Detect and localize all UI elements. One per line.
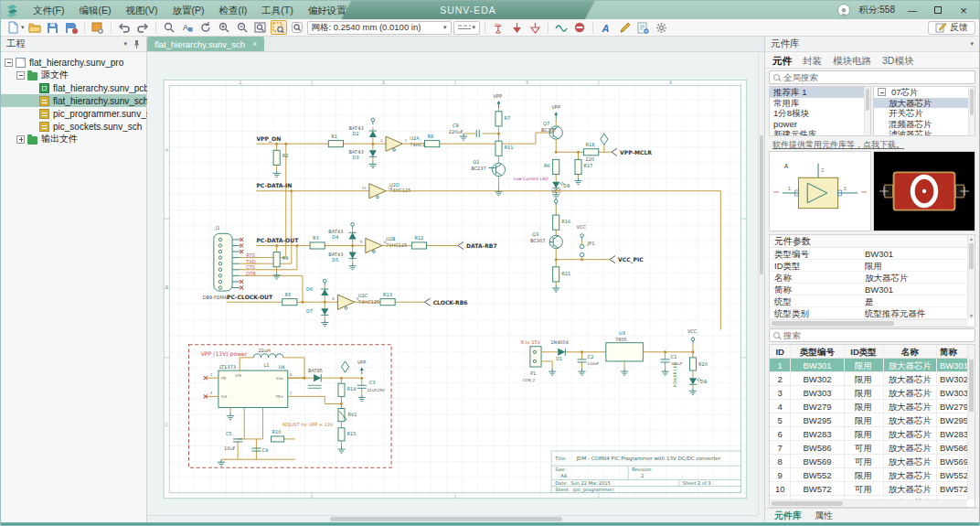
power-port-button[interactable]: Vss	[490, 20, 506, 35]
library-tab-3[interactable]: 3D模块	[882, 52, 913, 69]
category-item-3[interactable]: 滤波器芯片	[874, 129, 968, 136]
category-expander-icon[interactable]	[878, 88, 886, 96]
library-tab-2[interactable]: 模块电路	[833, 52, 871, 69]
library-list-scrollbar[interactable]	[864, 87, 870, 135]
tab-close-icon[interactable]: ×	[252, 39, 257, 48]
param-row-2[interactable]: 名称放大器芯片	[770, 272, 967, 284]
library-item-4[interactable]: 新建元件库	[770, 129, 864, 136]
table-row[interactable]: 3BW303限用放大器芯片BW303	[770, 386, 967, 400]
params-hscrollbar[interactable]	[770, 319, 967, 327]
score-label[interactable]: 积分:558	[859, 4, 895, 16]
param-row-0[interactable]: 类型编号BW301	[770, 248, 967, 260]
tree-item-3[interactable]: flat_hierarchy.sunv_sch	[1, 94, 146, 107]
table-row[interactable]: 6BW283限用放大器芯片BW283	[770, 427, 967, 441]
table-row[interactable]: 10BW572可用放大器芯片BW572	[770, 482, 967, 496]
table-row[interactable]: 1BW301限用放大器芯片BW301	[770, 359, 967, 372]
feedback-button[interactable]: 反馈	[928, 21, 975, 35]
tree-item-1[interactable]: 源文件	[1, 69, 146, 81]
table-row[interactable]: 4BW279限用放大器芯片BW279	[770, 400, 967, 413]
param-row-3[interactable]: 简称BW301	[770, 284, 967, 295]
maximize-button[interactable]	[930, 5, 946, 16]
sheet-settings-button[interactable]	[634, 20, 651, 35]
redo-button[interactable]	[134, 20, 151, 35]
library-panel-menu-icon[interactable]: ▾	[970, 40, 974, 48]
draw-tool-button[interactable]	[616, 20, 633, 35]
tree-expander-icon[interactable]	[16, 71, 25, 80]
close-button[interactable]: ×	[955, 4, 972, 17]
table-search-input[interactable]	[783, 330, 971, 340]
tree-item-2[interactable]: flat_hierarchy.sunv_pcb	[1, 81, 146, 94]
tree-item-4[interactable]: pic_programmer.sunv_sch	[1, 107, 146, 120]
pin-icon[interactable]	[133, 39, 141, 48]
open-project-button[interactable]	[27, 20, 43, 35]
zoom-fit-button[interactable]	[252, 20, 269, 35]
zoom-in-button[interactable]	[216, 20, 232, 35]
menu-item-3[interactable]: 放置(P)	[165, 1, 211, 19]
params-vscrollbar[interactable]: ▲ ▼	[967, 235, 975, 319]
tree-item-6[interactable]: 输出文件	[1, 133, 146, 145]
undo-button[interactable]	[116, 20, 133, 35]
ground-filled-button[interactable]	[508, 20, 525, 35]
global-search-input[interactable]	[783, 72, 971, 82]
table-row[interactable]: 2BW302限用放大器芯片BW302	[770, 372, 967, 386]
table-header-2[interactable]: ID类型	[845, 345, 884, 358]
table-header-3[interactable]: 名称	[884, 345, 937, 358]
save-all-button[interactable]	[63, 20, 80, 35]
zoom-tool-button[interactable]	[161, 20, 177, 35]
minimize-button[interactable]: —	[904, 5, 921, 16]
grid-size-dropdown[interactable]: 网格: 0.2540 mm (0.0100 in) ▾	[307, 21, 452, 35]
line-style-dropdown[interactable]: ▾	[453, 21, 481, 35]
category-group[interactable]: 07芯片	[874, 87, 968, 98]
menu-item-0[interactable]: 文件(F)	[26, 1, 71, 19]
category-item-2[interactable]: 混频器芯片	[874, 119, 968, 130]
tree-expander-icon[interactable]	[5, 59, 13, 67]
category-item-1[interactable]: 开关芯片	[874, 108, 968, 119]
schematic-drawing[interactable]: 1 2 3 4 A B C J1	[147, 52, 764, 522]
global-search-box[interactable]	[769, 70, 975, 84]
param-row-5[interactable]: 统型类别统型推荐元器件	[770, 307, 967, 319]
params-scroll-down-icon[interactable]: ▼	[968, 312, 975, 319]
category-list-scrollbar[interactable]	[968, 87, 975, 135]
table-row[interactable]: 7BW586可用放大器芯片BW586	[770, 441, 967, 455]
bottom-tab-0[interactable]: 元件库	[774, 510, 802, 522]
refresh-button[interactable]	[197, 20, 214, 35]
menu-item-1[interactable]: 编辑(E)	[71, 1, 118, 19]
schematic-canvas[interactable]: 1 2 3 4 A B C J1	[147, 52, 764, 522]
library-item-3[interactable]: power	[770, 119, 864, 130]
export-image-button[interactable]	[90, 20, 106, 35]
library-item-2[interactable]: 1分8模块	[770, 108, 864, 119]
wire-tool-button[interactable]	[553, 20, 570, 35]
table-header-0[interactable]: ID	[770, 345, 791, 358]
zoom-selection-button[interactable]	[271, 20, 287, 35]
menu-item-5[interactable]: 工具(T)	[254, 1, 300, 19]
param-row-1[interactable]: ID类型限用	[770, 260, 967, 272]
canvas-hscrollbar[interactable]	[147, 515, 758, 522]
bottom-tab-1[interactable]: 属性	[815, 510, 833, 522]
canvas-vscrollbar[interactable]	[758, 52, 764, 515]
menu-item-2[interactable]: 视图(V)	[118, 1, 165, 19]
new-file-button[interactable]	[5, 20, 21, 35]
library-tab-1[interactable]: 封装	[803, 52, 822, 69]
footprint-preview[interactable]: 0	[873, 151, 975, 231]
param-row-4[interactable]: 统型是	[770, 295, 967, 307]
download-hint-link[interactable]: 软件提供常用元件库等，点我下载。	[765, 138, 979, 151]
table-row[interactable]: 8BW569可用放大器芯片BW569	[770, 455, 967, 468]
zoom-out-button[interactable]	[234, 20, 250, 35]
new-file-caret-icon[interactable]: ▾	[21, 24, 25, 31]
text-tool-button[interactable]: A	[598, 20, 614, 35]
params-scroll-up-icon[interactable]: ▲	[968, 235, 975, 242]
tree-item-0[interactable]: flat_hierarchy.sunv_pro	[1, 56, 146, 69]
save-button[interactable]	[45, 20, 61, 35]
table-search-box[interactable]	[769, 328, 975, 342]
table-vscrollbar[interactable]	[967, 345, 975, 499]
library-item-0[interactable]: 推荐库 1	[770, 87, 864, 98]
table-row[interactable]: 9BW552限用放大器芯片BW552	[770, 468, 967, 482]
table-row[interactable]: 5BW295限用放大器芯片BW295	[770, 413, 967, 427]
table-header-4[interactable]: 简称	[937, 345, 967, 358]
menu-item-4[interactable]: 检查(I)	[211, 1, 254, 19]
editor-tab-active[interactable]: flat_hierarchy.sunv_sch ×	[147, 37, 264, 51]
project-panel-menu-icon[interactable]: ▾	[123, 40, 127, 48]
table-hscrollbar[interactable]	[770, 499, 967, 507]
search-button[interactable]	[289, 20, 305, 35]
library-tab-0[interactable]: 元件	[772, 52, 792, 69]
